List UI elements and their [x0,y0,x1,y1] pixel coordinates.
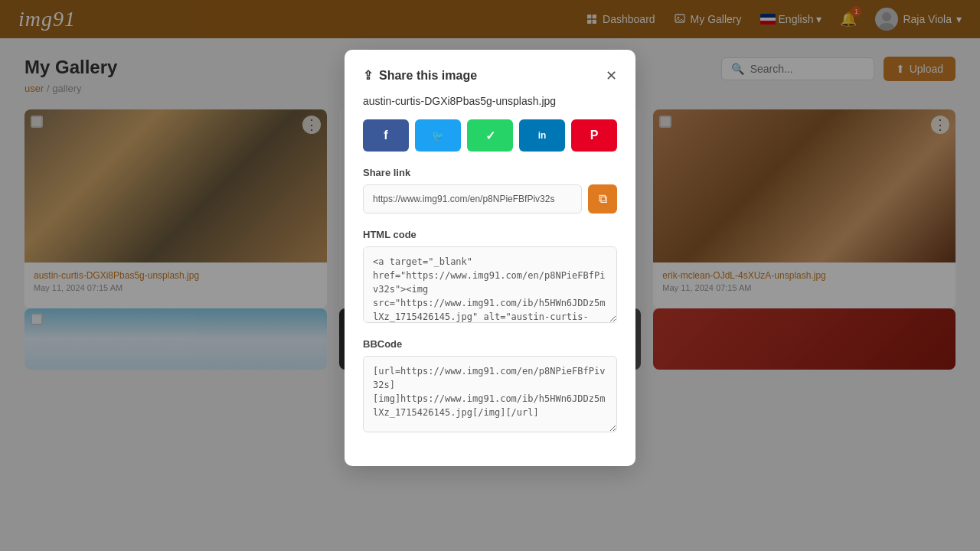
twitter-icon: 🐦 [432,130,444,142]
share-link-row: ⧉ [363,184,617,214]
bbcode-textarea[interactable] [363,356,617,432]
html-code-textarea[interactable] [363,246,617,323]
modal-header: ⇪ Share this image ✕ [363,68,617,83]
modal-close-button[interactable]: ✕ [606,69,617,83]
share-link-input[interactable] [363,184,582,214]
share-icon: ⇪ [363,68,373,83]
whatsapp-share-button[interactable]: ✓ [467,119,513,152]
modal-filename: austin-curtis-DGXi8Pbas5g-unsplash.jpg [363,95,617,107]
share-link-label: Share link [363,167,617,178]
copy-link-button[interactable]: ⧉ [588,184,617,214]
pinterest-icon: P [590,129,599,142]
html-code-label: HTML code [363,229,617,240]
twitter-share-button[interactable]: 🐦 [415,119,461,152]
copy-icon: ⧉ [599,192,607,206]
facebook-icon: f [384,129,387,142]
social-share-buttons: f 🐦 ✓ in P [363,119,617,152]
modal-title: ⇪ Share this image [363,68,477,83]
facebook-share-button[interactable]: f [363,119,409,152]
modal-overlay[interactable]: ⇪ Share this image ✕ austin-curtis-DGXi8… [0,0,980,551]
whatsapp-icon: ✓ [485,129,495,143]
linkedin-share-button[interactable]: in [519,119,565,152]
bbcode-label: BBCode [363,338,617,350]
share-modal: ⇪ Share this image ✕ austin-curtis-DGXi8… [345,50,635,466]
linkedin-icon: in [538,130,547,141]
pinterest-share-button[interactable]: P [571,119,617,152]
